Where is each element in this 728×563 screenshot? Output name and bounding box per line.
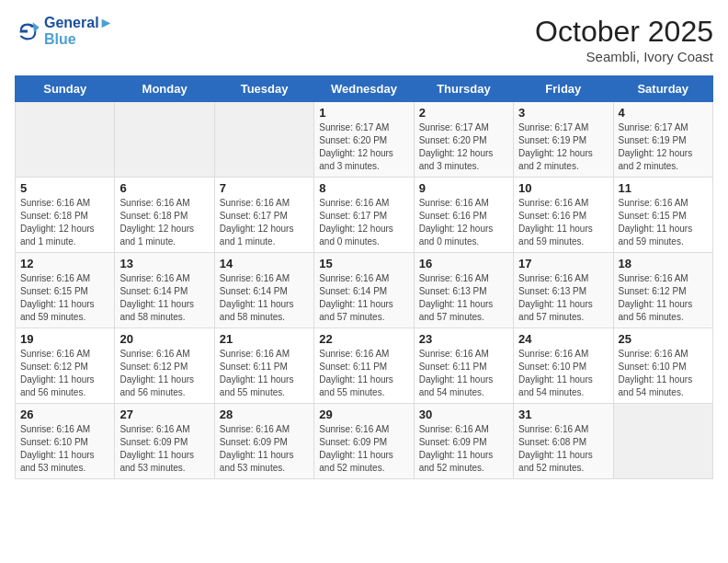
- weekday-header-tuesday: Tuesday: [214, 76, 313, 102]
- day-info: Sunrise: 6:17 AM Sunset: 6:19 PM Dayligh…: [518, 121, 608, 173]
- day-number: 28: [220, 408, 309, 421]
- day-info: Sunrise: 6:16 AM Sunset: 6:11 PM Dayligh…: [319, 348, 408, 399]
- table-row: 24Sunrise: 6:16 AM Sunset: 6:10 PM Dayli…: [514, 328, 613, 404]
- table-row: [613, 404, 712, 479]
- week-row-1: 1Sunrise: 6:17 AM Sunset: 6:20 PM Daylig…: [16, 102, 713, 178]
- day-number: 2: [419, 106, 508, 120]
- calendar: SundayMondayTuesdayWednesdayThursdayFrid…: [15, 75, 713, 479]
- table-row: 26Sunrise: 6:16 AM Sunset: 6:10 PM Dayli…: [16, 404, 115, 479]
- table-row: 27Sunrise: 6:16 AM Sunset: 6:09 PM Dayli…: [115, 404, 214, 479]
- day-number: 22: [319, 332, 408, 346]
- table-row: 18Sunrise: 6:16 AM Sunset: 6:12 PM Dayli…: [613, 253, 712, 328]
- weekday-header-wednesday: Wednesday: [314, 76, 414, 102]
- table-row: 4Sunrise: 6:17 AM Sunset: 6:19 PM Daylig…: [613, 102, 712, 178]
- logo: General► Blue: [15, 15, 113, 48]
- day-info: Sunrise: 6:16 AM Sunset: 6:13 PM Dayligh…: [419, 272, 508, 324]
- table-row: [214, 102, 313, 178]
- table-row: [115, 102, 214, 178]
- day-number: 14: [220, 257, 309, 270]
- day-number: 20: [119, 332, 209, 346]
- day-number: 23: [419, 332, 508, 346]
- day-number: 26: [20, 408, 109, 421]
- table-row: 19Sunrise: 6:16 AM Sunset: 6:12 PM Dayli…: [16, 328, 115, 404]
- day-number: 29: [319, 408, 408, 421]
- day-info: Sunrise: 6:16 AM Sunset: 6:13 PM Dayligh…: [518, 272, 608, 324]
- day-info: Sunrise: 6:16 AM Sunset: 6:10 PM Dayligh…: [518, 348, 608, 399]
- table-row: 16Sunrise: 6:16 AM Sunset: 6:13 PM Dayli…: [414, 253, 513, 328]
- logo-text: General► Blue: [44, 15, 113, 48]
- day-number: 13: [119, 257, 209, 270]
- day-number: 6: [119, 181, 209, 195]
- day-number: 4: [619, 106, 708, 120]
- day-number: 5: [20, 181, 109, 195]
- weekday-header-row: SundayMondayTuesdayWednesdayThursdayFrid…: [16, 76, 713, 102]
- table-row: 20Sunrise: 6:16 AM Sunset: 6:12 PM Dayli…: [115, 328, 214, 404]
- day-info: Sunrise: 6:17 AM Sunset: 6:20 PM Dayligh…: [419, 121, 508, 173]
- table-row: 10Sunrise: 6:16 AM Sunset: 6:16 PM Dayli…: [514, 178, 613, 253]
- day-info: Sunrise: 6:17 AM Sunset: 6:19 PM Dayligh…: [619, 121, 708, 173]
- table-row: 15Sunrise: 6:16 AM Sunset: 6:14 PM Dayli…: [314, 253, 414, 328]
- table-row: 28Sunrise: 6:16 AM Sunset: 6:09 PM Dayli…: [214, 404, 313, 479]
- weekday-header-friday: Friday: [514, 76, 613, 102]
- table-row: 13Sunrise: 6:16 AM Sunset: 6:14 PM Dayli…: [115, 253, 214, 328]
- day-number: 11: [619, 181, 708, 195]
- table-row: 9Sunrise: 6:16 AM Sunset: 6:16 PM Daylig…: [414, 178, 513, 253]
- table-row: 6Sunrise: 6:16 AM Sunset: 6:18 PM Daylig…: [115, 178, 214, 253]
- title-area: October 2025 Seambli, Ivory Coast: [535, 15, 713, 64]
- day-info: Sunrise: 6:16 AM Sunset: 6:09 PM Dayligh…: [419, 423, 508, 475]
- day-info: Sunrise: 6:16 AM Sunset: 6:09 PM Dayligh…: [220, 423, 309, 475]
- day-info: Sunrise: 6:16 AM Sunset: 6:10 PM Dayligh…: [20, 423, 109, 475]
- logo-icon: [15, 18, 40, 44]
- week-row-3: 12Sunrise: 6:16 AM Sunset: 6:15 PM Dayli…: [16, 253, 713, 328]
- day-info: Sunrise: 6:16 AM Sunset: 6:12 PM Dayligh…: [20, 348, 109, 399]
- weekday-header-thursday: Thursday: [414, 76, 513, 102]
- day-number: 27: [119, 408, 209, 421]
- table-row: 2Sunrise: 6:17 AM Sunset: 6:20 PM Daylig…: [414, 102, 513, 178]
- table-row: 23Sunrise: 6:16 AM Sunset: 6:11 PM Dayli…: [414, 328, 513, 404]
- day-info: Sunrise: 6:16 AM Sunset: 6:09 PM Dayligh…: [119, 423, 209, 475]
- day-info: Sunrise: 6:16 AM Sunset: 6:14 PM Dayligh…: [319, 272, 408, 324]
- day-info: Sunrise: 6:16 AM Sunset: 6:11 PM Dayligh…: [220, 348, 309, 399]
- table-row: 22Sunrise: 6:16 AM Sunset: 6:11 PM Dayli…: [314, 328, 414, 404]
- table-row: 7Sunrise: 6:16 AM Sunset: 6:17 PM Daylig…: [214, 178, 313, 253]
- day-number: 8: [319, 181, 408, 195]
- location-title: Seambli, Ivory Coast: [535, 49, 713, 64]
- day-info: Sunrise: 6:16 AM Sunset: 6:16 PM Dayligh…: [518, 197, 608, 248]
- day-number: 7: [220, 181, 309, 195]
- header: General► Blue October 2025 Seambli, Ivor…: [15, 15, 713, 64]
- day-info: Sunrise: 6:16 AM Sunset: 6:08 PM Dayligh…: [518, 423, 608, 475]
- day-info: Sunrise: 6:16 AM Sunset: 6:14 PM Dayligh…: [220, 272, 309, 324]
- day-number: 21: [220, 332, 309, 346]
- day-number: 31: [518, 408, 608, 421]
- table-row: 3Sunrise: 6:17 AM Sunset: 6:19 PM Daylig…: [514, 102, 613, 178]
- weekday-header-monday: Monday: [115, 76, 214, 102]
- week-row-4: 19Sunrise: 6:16 AM Sunset: 6:12 PM Dayli…: [16, 328, 713, 404]
- month-title: October 2025: [535, 15, 713, 49]
- week-row-5: 26Sunrise: 6:16 AM Sunset: 6:10 PM Dayli…: [16, 404, 713, 479]
- day-info: Sunrise: 6:16 AM Sunset: 6:15 PM Dayligh…: [20, 272, 109, 324]
- day-number: 19: [20, 332, 109, 346]
- day-number: 3: [518, 106, 608, 120]
- day-number: 12: [20, 257, 109, 270]
- day-number: 17: [518, 257, 608, 270]
- day-number: 16: [419, 257, 508, 270]
- day-number: 9: [419, 181, 508, 195]
- day-info: Sunrise: 6:16 AM Sunset: 6:09 PM Dayligh…: [319, 423, 408, 475]
- table-row: 12Sunrise: 6:16 AM Sunset: 6:15 PM Dayli…: [16, 253, 115, 328]
- table-row: 11Sunrise: 6:16 AM Sunset: 6:15 PM Dayli…: [613, 178, 712, 253]
- table-row: 25Sunrise: 6:16 AM Sunset: 6:10 PM Dayli…: [613, 328, 712, 404]
- table-row: 8Sunrise: 6:16 AM Sunset: 6:17 PM Daylig…: [314, 178, 414, 253]
- day-number: 18: [619, 257, 708, 270]
- day-number: 30: [419, 408, 508, 421]
- day-info: Sunrise: 6:16 AM Sunset: 6:16 PM Dayligh…: [419, 197, 508, 248]
- weekday-header-sunday: Sunday: [16, 76, 115, 102]
- day-info: Sunrise: 6:16 AM Sunset: 6:12 PM Dayligh…: [619, 272, 708, 324]
- day-info: Sunrise: 6:16 AM Sunset: 6:17 PM Dayligh…: [319, 197, 408, 248]
- day-info: Sunrise: 6:17 AM Sunset: 6:20 PM Dayligh…: [319, 121, 408, 173]
- table-row: 21Sunrise: 6:16 AM Sunset: 6:11 PM Dayli…: [214, 328, 313, 404]
- week-row-2: 5Sunrise: 6:16 AM Sunset: 6:18 PM Daylig…: [16, 178, 713, 253]
- day-info: Sunrise: 6:16 AM Sunset: 6:11 PM Dayligh…: [419, 348, 508, 399]
- day-info: Sunrise: 6:16 AM Sunset: 6:18 PM Dayligh…: [20, 197, 109, 248]
- day-number: 25: [619, 332, 708, 346]
- day-info: Sunrise: 6:16 AM Sunset: 6:15 PM Dayligh…: [619, 197, 708, 248]
